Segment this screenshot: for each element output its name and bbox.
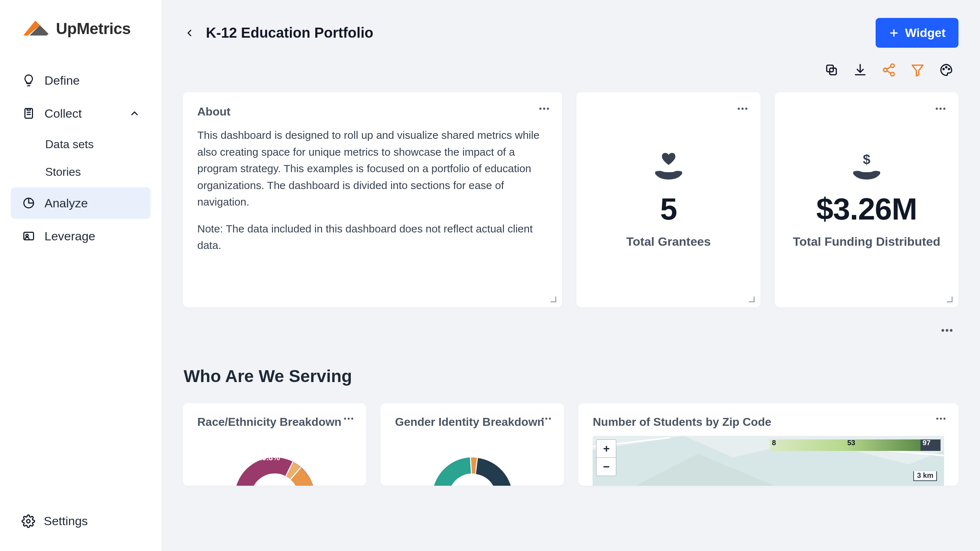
- sidebar-item-label: Collect: [45, 107, 82, 121]
- gender-identity-card: Gender Identity Breakdown: [380, 403, 564, 486]
- about-para-1: This dashboard is designed to roll up an…: [197, 127, 548, 210]
- svg-point-17: [738, 108, 740, 110]
- svg-point-20: [936, 108, 938, 110]
- svg-marker-10: [912, 65, 923, 76]
- total-grantees-card: 5 Total Grantees: [576, 92, 760, 307]
- summary-cards-row: About This dashboard is designed to roll…: [183, 92, 958, 307]
- sidebar-item-label: Settings: [44, 514, 88, 528]
- who-serving-cards: Race/Ethnicity Breakdown: [183, 403, 958, 486]
- svg-point-11: [943, 68, 944, 70]
- brand-logo[interactable]: UpMetrics: [11, 14, 151, 43]
- more-icon[interactable]: [935, 412, 947, 425]
- svg-point-39: [943, 417, 945, 420]
- plus-icon: [889, 28, 899, 38]
- download-icon[interactable]: [852, 62, 868, 78]
- svg-point-18: [741, 108, 744, 110]
- more-icon[interactable]: [342, 412, 355, 425]
- svg-point-38: [940, 417, 942, 420]
- collect-subnav: Data sets Stories: [11, 131, 151, 186]
- resize-handle-icon[interactable]: [748, 296, 755, 303]
- race-ethnicity-title: Race/Ethnicity Breakdown: [197, 416, 352, 429]
- palette-icon[interactable]: [939, 62, 954, 78]
- about-card-title: About: [197, 105, 548, 118]
- map-scale: 3 km: [913, 471, 937, 481]
- sidebar-item-analyze[interactable]: Analyze: [11, 187, 151, 219]
- about-card: About This dashboard is designed to roll…: [183, 92, 562, 307]
- more-icon[interactable]: [940, 323, 954, 338]
- svg-point-12: [945, 67, 947, 68]
- sidebar-item-collect[interactable]: Collect: [11, 97, 151, 129]
- gender-identity-title: Gender Identity Breakdown: [395, 416, 550, 429]
- svg-point-27: [344, 417, 346, 420]
- svg-point-19: [745, 108, 747, 110]
- funding-value: $3.26M: [816, 191, 917, 227]
- svg-point-15: [543, 108, 545, 110]
- svg-text:$: $: [863, 152, 870, 167]
- svg-point-3: [26, 234, 28, 237]
- gender-identity-chart: [395, 437, 550, 486]
- more-icon[interactable]: [934, 102, 947, 115]
- legend-mid: 53: [847, 439, 855, 447]
- svg-point-33: [546, 417, 548, 420]
- section-menu: [183, 323, 958, 338]
- user-card-icon: [22, 229, 36, 243]
- brand-name: UpMetrics: [56, 20, 130, 38]
- sidebar-item-define[interactable]: Define: [11, 65, 151, 96]
- zip-code-card: Number of Students by Zip Code + −: [578, 403, 958, 486]
- map-legend: 8 53 97: [770, 440, 940, 451]
- resize-handle-icon[interactable]: [946, 296, 953, 303]
- resize-handle-icon[interactable]: [550, 296, 556, 303]
- sidebar-nav: Define Collect Data sets Stories Ana: [11, 65, 151, 252]
- back-button[interactable]: [183, 27, 196, 40]
- pie-chart-icon: [22, 196, 36, 210]
- race-label-b: 10.8%: [258, 453, 280, 462]
- sidebar-item-settings[interactable]: Settings: [11, 505, 151, 537]
- svg-point-21: [939, 108, 942, 110]
- main-content: K-12 Education Portfolio Widget: [161, 0, 980, 551]
- zip-code-title: Number of Students by Zip Code: [593, 416, 944, 429]
- sidebar: UpMetrics Define Collect Data sets: [0, 0, 161, 551]
- svg-point-25: [945, 329, 948, 331]
- dollar-hand-icon: $: [849, 151, 885, 183]
- more-icon[interactable]: [736, 102, 749, 115]
- svg-point-26: [950, 329, 952, 331]
- about-card-body: This dashboard is designed to roll up an…: [197, 127, 548, 254]
- lightbulb-icon: [22, 73, 36, 88]
- svg-point-28: [348, 417, 350, 420]
- toolbar: [183, 62, 958, 78]
- svg-point-29: [351, 417, 353, 420]
- chevron-up-icon: [129, 108, 140, 119]
- copy-icon[interactable]: [824, 62, 839, 78]
- map-zoom-out[interactable]: −: [597, 458, 616, 476]
- sidebar-item-stories[interactable]: Stories: [11, 158, 151, 186]
- heart-hand-icon: [651, 151, 687, 183]
- svg-point-37: [936, 417, 939, 420]
- svg-point-22: [943, 108, 945, 110]
- sidebar-item-label: Analyze: [45, 196, 88, 210]
- sidebar-item-leverage[interactable]: Leverage: [11, 220, 151, 252]
- section-title-who-serving: Who Are We Serving: [183, 366, 958, 386]
- map-zoom-in[interactable]: +: [597, 440, 616, 458]
- more-icon[interactable]: [538, 102, 550, 115]
- map-zoom-controls: + −: [596, 440, 616, 476]
- funding-label: Total Funding Distributed: [793, 235, 940, 248]
- page-title: K-12 Education Portfolio: [206, 25, 374, 41]
- gear-icon: [22, 514, 35, 528]
- svg-point-14: [539, 108, 542, 110]
- share-icon[interactable]: [881, 62, 897, 78]
- map-widget[interactable]: + − 8 53 97 3 km: [593, 436, 944, 486]
- more-icon[interactable]: [540, 412, 552, 425]
- add-widget-button[interactable]: Widget: [876, 18, 958, 48]
- svg-point-24: [942, 329, 944, 331]
- svg-point-34: [549, 417, 551, 420]
- legend-min: 8: [772, 439, 776, 447]
- svg-point-4: [27, 519, 30, 523]
- svg-point-16: [547, 108, 549, 110]
- header-bar: K-12 Education Portfolio Widget: [183, 18, 958, 48]
- svg-point-13: [948, 68, 950, 70]
- legend-max: 97: [923, 439, 931, 447]
- grantees-value: 5: [660, 191, 677, 227]
- sidebar-item-data-sets[interactable]: Data sets: [11, 131, 151, 158]
- race-ethnicity-card: Race/Ethnicity Breakdown: [183, 403, 366, 486]
- filter-icon[interactable]: [910, 62, 926, 78]
